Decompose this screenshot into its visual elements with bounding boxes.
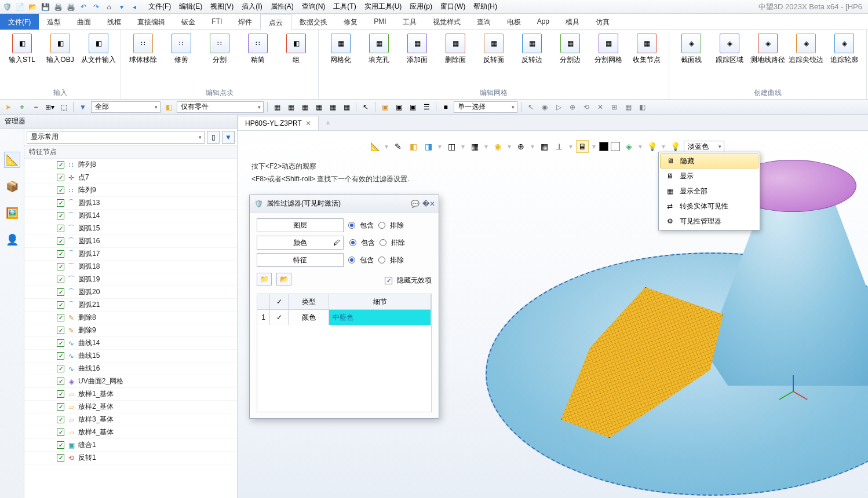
hide-invalid-checkbox[interactable]: ✓ xyxy=(385,277,392,284)
filter-combo-all[interactable]: 全部 xyxy=(91,101,161,113)
tree-item-checkbox[interactable]: ✓ xyxy=(57,403,64,411)
ribbon-tab[interactable]: 视觉样式 xyxy=(425,14,469,30)
menu-item[interactable]: 编辑(E) xyxy=(176,1,206,13)
tool-icon[interactable]: ▦ xyxy=(468,140,481,153)
exclude-radio[interactable] xyxy=(378,222,385,229)
tree-item[interactable]: ✓▱放样4_基体 xyxy=(24,426,237,439)
feature-tree[interactable]: ✓∷阵列8✓✛点7✓∷阵列9✓⌒圆弧13✓⌒圆弧14✓⌒圆弧15✓⌒圆弧16✓⌒… xyxy=(24,159,237,498)
tree-item[interactable]: ✓✎删除8 xyxy=(24,312,237,324)
tree-item[interactable]: ✓∷阵列8 xyxy=(24,159,237,171)
tool-icon[interactable]: ▦ xyxy=(299,101,311,113)
ribbon-tab[interactable]: 文件(F) xyxy=(0,14,39,30)
open-icon[interactable]: 📂 xyxy=(28,2,37,12)
color-name-combo[interactable]: 淡蓝色 xyxy=(684,141,724,152)
tree-item[interactable]: ✓∷阵列9 xyxy=(24,184,237,197)
ribbon-button[interactable]: ▦分割边 xyxy=(553,32,588,65)
tree-item[interactable]: ✓⌒圆弧17 xyxy=(24,248,237,261)
menu-icon[interactable]: ☰ xyxy=(421,101,432,113)
ribbon-button[interactable]: ▦填充孔 xyxy=(362,32,396,65)
image-view-icon[interactable]: 🖼️ xyxy=(4,205,20,221)
wand-icon[interactable]: ✎ xyxy=(392,140,404,153)
ribbon-tab[interactable]: FTI xyxy=(203,14,230,30)
ribbon-button[interactable]: ◈追踪轮廓 xyxy=(827,32,862,65)
tree-item-checkbox[interactable]: ✓ xyxy=(57,250,64,258)
display-combo[interactable]: 显示常用 xyxy=(27,131,205,144)
ribbon-button[interactable]: ◈追踪尖锐边 xyxy=(789,32,823,65)
filter-combo-parts[interactable]: 仅有零件 xyxy=(177,101,264,113)
grid-row-check[interactable]: ✓ xyxy=(270,310,289,325)
ribbon-button[interactable]: ◧输入STL xyxy=(5,32,39,65)
dialog-title-bar[interactable]: 🛡️ 属性过滤器(可见时激活) 💬 �✕ xyxy=(250,195,439,213)
filter-icon[interactable]: ▼ xyxy=(77,101,89,113)
ribbon-tab[interactable]: 点云 xyxy=(260,14,291,30)
filter-field[interactable]: 颜色 xyxy=(257,236,344,250)
tree-item[interactable]: ✓⌒圆弧16 xyxy=(24,235,237,248)
dialog-close-icon[interactable]: �✕ xyxy=(424,199,434,209)
tree-item[interactable]: ✓✎删除9 xyxy=(24,324,237,337)
tree-item[interactable]: ✓⌒圆弧14 xyxy=(24,210,237,222)
dropdown-item[interactable]: ⇄转换实体可见性 xyxy=(660,199,758,214)
pointer-icon[interactable]: ↖ xyxy=(360,101,371,113)
ribbon-tab[interactable]: PMI xyxy=(366,14,394,30)
tree-item[interactable]: ✓⌒圆弧21 xyxy=(24,299,237,312)
ribbon-button[interactable]: ◧从文件输入 xyxy=(81,32,116,65)
include-radio[interactable] xyxy=(348,222,355,229)
dialog-min-icon[interactable]: 💬 xyxy=(410,199,420,209)
ribbon-button[interactable]: ▦反转面 xyxy=(476,32,511,65)
print-preview-icon[interactable]: 🖨️ xyxy=(66,2,75,12)
filter-field[interactable]: 特征 xyxy=(257,253,344,267)
tree-item-checkbox[interactable]: ✓ xyxy=(57,161,64,169)
nav-prev-icon[interactable]: ◂ xyxy=(130,2,139,12)
cube-shaded-icon[interactable]: ◧ xyxy=(407,140,420,153)
ribbon-tab[interactable]: 数据交换 xyxy=(291,14,335,30)
tree-item-checkbox[interactable]: ✓ xyxy=(57,429,64,436)
tool-icon[interactable]: ◉ xyxy=(539,101,550,113)
tree-item[interactable]: ✓∿曲线15 xyxy=(24,350,237,362)
tool-icon[interactable]: ▦ xyxy=(313,101,324,113)
attribute-filter-dialog[interactable]: 🛡️ 属性过滤器(可见时激活) 💬 �✕ 图层包含排除颜色🖊包含排除特征包含排除… xyxy=(249,195,439,419)
tree-item-checkbox[interactable]: ✓ xyxy=(57,212,64,219)
dropdown-item[interactable]: 🖥显示 xyxy=(660,169,758,184)
dropdown-arrow-icon[interactable]: ▾ xyxy=(117,2,126,12)
ribbon-button[interactable]: ▦分割网格 xyxy=(591,32,626,65)
dropdown-item[interactable]: ⚙可见性管理器 xyxy=(660,214,758,229)
monitor-icon[interactable]: 🖥 xyxy=(576,140,589,153)
menu-item[interactable]: 窗口(W) xyxy=(437,1,469,13)
tree-item[interactable]: ✓▱放样1_基体 xyxy=(24,388,237,401)
tree-item-checkbox[interactable]: ✓ xyxy=(57,186,64,194)
tree-item-checkbox[interactable]: ✓ xyxy=(57,288,64,296)
ribbon-button[interactable]: ▦删除面 xyxy=(438,32,473,65)
ribbon-button[interactable]: ▦网格化 xyxy=(323,32,358,65)
cursor-icon[interactable]: ➤ xyxy=(2,101,14,113)
tool-icon[interactable]: ▣ xyxy=(379,101,391,113)
tool-icon[interactable]: ⟲ xyxy=(581,101,592,113)
tree-item-checkbox[interactable]: ✓ xyxy=(57,352,64,360)
ribbon-button[interactable]: ▦收集节点 xyxy=(629,32,664,65)
tree-item-checkbox[interactable]: ✓ xyxy=(57,327,64,334)
undo-icon[interactable]: ↶ xyxy=(79,2,88,12)
include-radio[interactable] xyxy=(349,239,356,246)
part-view-icon[interactable]: 📦 xyxy=(4,178,20,195)
grid-icon[interactable]: ▦ xyxy=(538,140,550,153)
color-swatch-black[interactable] xyxy=(599,142,608,151)
tree-item[interactable]: ✓∿曲线14 xyxy=(24,337,237,350)
tree-item[interactable]: ✓∿曲线16 xyxy=(24,362,237,375)
ribbon-tab[interactable]: 钣金 xyxy=(173,14,203,30)
ribbon-tab[interactable]: 电极 xyxy=(499,14,529,30)
tree-item[interactable]: ✓⌒圆弧19 xyxy=(24,273,237,286)
tree-item-checkbox[interactable]: ✓ xyxy=(57,174,64,181)
tree-item-checkbox[interactable]: ✓ xyxy=(57,441,64,449)
ribbon-tab[interactable]: 仿真 xyxy=(588,14,618,30)
ruler-icon[interactable]: ⊥ xyxy=(553,140,566,153)
axis-icon[interactable]: 📐 xyxy=(369,140,381,153)
minus-icon[interactable]: − xyxy=(30,101,42,113)
ribbon-tab[interactable]: 曲面 xyxy=(69,14,99,30)
filter-field[interactable]: 图层 xyxy=(257,218,344,232)
ribbon-tab[interactable]: 工具 xyxy=(395,14,425,30)
color-swatch-white[interactable] xyxy=(611,142,620,151)
ribbon-button[interactable]: ◈截面线 xyxy=(674,32,709,65)
tool-icon[interactable]: ▦ xyxy=(341,101,352,113)
menu-item[interactable]: 插入(I) xyxy=(238,1,265,13)
tool-icon[interactable]: ▦ xyxy=(622,101,634,113)
tree-item-checkbox[interactable]: ✓ xyxy=(57,339,64,347)
